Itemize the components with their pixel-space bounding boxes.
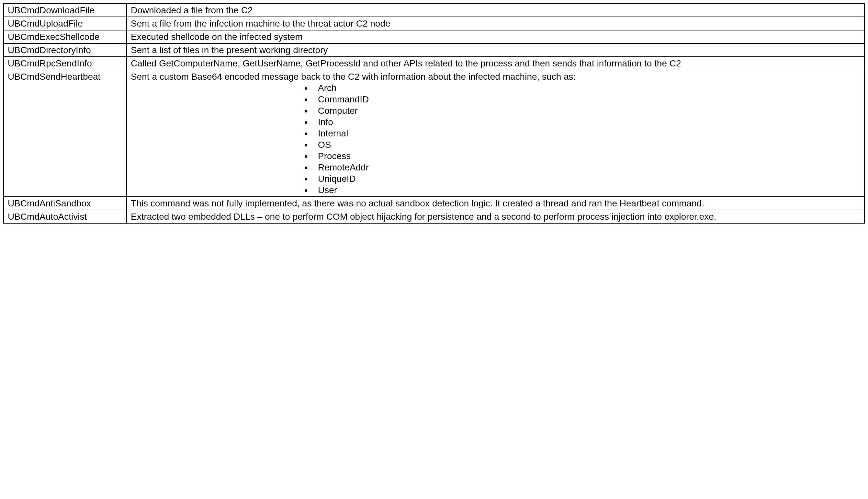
cmd-desc: Sent a custom Base64 encoded message bac… — [127, 70, 865, 197]
commands-table: UBCmdDownloadFile Downloaded a file from… — [3, 3, 865, 223]
list-item: Info — [312, 116, 860, 128]
list-item: OS — [312, 139, 860, 150]
cmd-desc: Called GetComputerName, GetUserName, Get… — [127, 57, 865, 70]
list-item: RemoteAddr — [312, 162, 860, 173]
table-row: UBCmdExecShellcode Executed shellcode on… — [3, 30, 865, 44]
cmd-name: UBCmdSendHeartbeat — [3, 70, 127, 197]
cmd-name: UBCmdAutoActivist — [3, 210, 127, 223]
list-item: Process — [312, 150, 860, 162]
cmd-desc: Downloaded a file from the C2 — [127, 3, 865, 17]
table-row: UBCmdDirectoryInfo Sent a list of files … — [3, 44, 865, 57]
table-row: UBCmdUploadFile Sent a file from the inf… — [3, 17, 865, 30]
cmd-desc: This command was not fully implemented, … — [127, 197, 865, 210]
list-item: Internal — [312, 128, 860, 139]
cmd-desc: Sent a file from the infection machine t… — [127, 17, 865, 30]
cmd-name: UBCmdExecShellcode — [3, 30, 127, 44]
cmd-name: UBCmdUploadFile — [3, 17, 127, 30]
table-row: UBCmdAntiSandbox This command was not fu… — [3, 197, 865, 210]
list-item: UniqueID — [312, 173, 860, 184]
list-item: Computer — [312, 105, 860, 116]
cmd-name: UBCmdDirectoryInfo — [3, 44, 127, 57]
list-item: CommandID — [312, 94, 860, 105]
cmd-name: UBCmdAntiSandbox — [3, 197, 127, 210]
heartbeat-fields-list: Arch CommandID Computer Info Internal OS… — [131, 82, 860, 196]
cmd-desc: Executed shellcode on the infected syste… — [127, 30, 865, 44]
cmd-desc: Sent a list of files in the present work… — [127, 44, 865, 57]
cmd-name: UBCmdDownloadFile — [3, 3, 127, 17]
list-item: Arch — [312, 82, 860, 94]
cmd-desc-text: Sent a custom Base64 encoded message bac… — [131, 72, 576, 82]
table-row: UBCmdDownloadFile Downloaded a file from… — [3, 3, 865, 17]
cmd-desc: Extracted two embedded DLLs – one to per… — [127, 210, 865, 223]
list-item: User — [312, 184, 860, 196]
table-row: UBCmdRpcSendInfo Called GetComputerName,… — [3, 57, 865, 70]
table-row: UBCmdSendHeartbeat Sent a custom Base64 … — [3, 70, 865, 197]
cmd-name: UBCmdRpcSendInfo — [3, 57, 127, 70]
table-row: UBCmdAutoActivist Extracted two embedded… — [3, 210, 865, 223]
